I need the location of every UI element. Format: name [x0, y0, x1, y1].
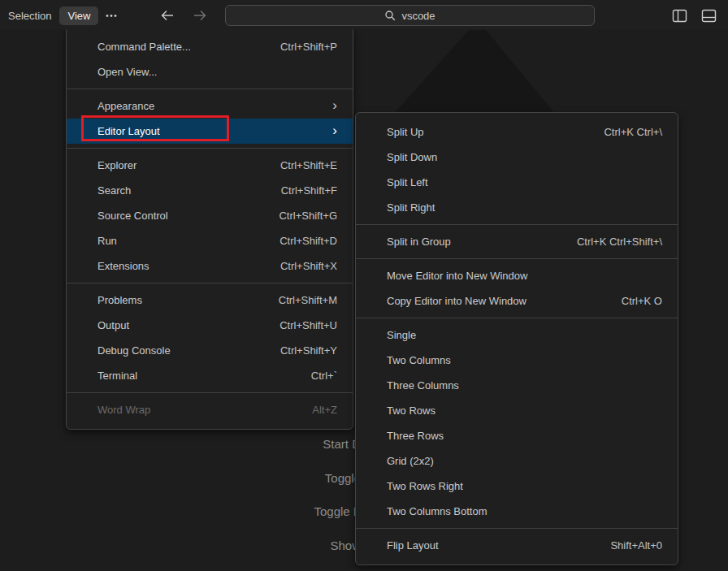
menu-item-grid-2x2[interactable]: Grid (2x2) — [356, 448, 678, 474]
menu-item-move-editor-into-new-window[interactable]: Move Editor into New Window — [356, 263, 678, 288]
menu-item-flip-layout[interactable]: Flip LayoutShift+Alt+0 — [356, 533, 678, 558]
menu-item-source-control[interactable]: Source ControlCtrl+Shift+G — [67, 203, 353, 228]
menu-item-label: Command Palette... — [98, 41, 191, 53]
ellipsis-icon — [105, 9, 118, 22]
menu-item-label: Single — [387, 329, 416, 341]
menu-item-label: Split Down — [387, 151, 437, 163]
menu-item-label: Two Columns — [387, 354, 451, 366]
menu-item-label: Editor Layout — [98, 125, 160, 137]
welcome-shortcut-label: Toggle F — [314, 504, 361, 520]
menu-item-split-down[interactable]: Split Down — [356, 145, 678, 170]
arrow-left-icon — [160, 9, 175, 22]
menu-separator — [67, 89, 353, 89]
menu-item-two-columns[interactable]: Two Columns — [356, 348, 678, 373]
menu-item-split-left[interactable]: Split Left — [356, 170, 678, 195]
menu-item-label: Two Columns Bottom — [387, 505, 488, 517]
menu-item-shortcut: Shift+Alt+0 — [610, 539, 662, 552]
menu-item-three-rows[interactable]: Three Rows — [356, 423, 678, 448]
menu-item-extensions[interactable]: ExtensionsCtrl+Shift+X — [67, 253, 353, 279]
menu-item-shortcut: Ctrl+Shift+F — [281, 184, 337, 197]
menu-item-split-in-group[interactable]: Split in GroupCtrl+K Ctrl+Shift+\ — [356, 229, 678, 254]
menu-item-editor-layout[interactable]: Editor Layout› — [67, 119, 353, 144]
command-center-value: vscode — [401, 10, 435, 22]
menu-separator — [67, 392, 353, 393]
menu-item-label: Extensions — [98, 260, 150, 272]
menu-item-shortcut: Ctrl+Shift+X — [280, 260, 337, 272]
menu-item-label: Split Left — [387, 176, 428, 188]
menu-separator — [356, 224, 678, 225]
menu-item-label: Search — [98, 184, 131, 197]
menu-item-two-rows-right[interactable]: Two Rows Right — [356, 474, 678, 499]
menubar-more-button[interactable] — [98, 6, 124, 25]
menu-separator — [356, 528, 678, 529]
toggle-panel-button[interactable] — [700, 7, 718, 24]
menu-item-two-rows[interactable]: Two Rows — [356, 398, 678, 423]
menu-item-shortcut: Ctrl+Shift+M — [279, 294, 337, 306]
menu-item-label: Split Right — [387, 201, 435, 214]
menu-item-run[interactable]: RunCtrl+Shift+D — [67, 228, 353, 253]
menu-item-label: Three Rows — [387, 430, 444, 442]
menu-item-shortcut: Ctrl+K O — [622, 295, 662, 307]
menu-item-label: Open View... — [98, 66, 157, 78]
menu-separator — [67, 148, 353, 149]
menu-item-output[interactable]: OutputCtrl+Shift+U — [67, 313, 353, 338]
command-center-search[interactable]: vscode — [225, 5, 595, 26]
menu-item-label: Two Rows Right — [387, 480, 463, 492]
menubar-item-view[interactable]: View — [59, 6, 98, 25]
arrow-right-icon — [193, 9, 207, 22]
menu-item-label: Appearance — [98, 100, 154, 112]
menu-item-label: Source Control — [98, 210, 168, 222]
menu-separator — [356, 258, 678, 259]
chevron-right-icon: › — [332, 123, 337, 137]
menu-item-debug-console[interactable]: Debug ConsoleCtrl+Shift+Y — [67, 338, 353, 363]
menu-item-label: Split in Group — [387, 236, 451, 248]
menu-item-explorer[interactable]: ExplorerCtrl+Shift+E — [67, 153, 353, 178]
menu-item-word-wrap: Word WrapAlt+Z — [67, 397, 353, 422]
menu-item-shortcut: Ctrl+K Ctrl+Shift+\ — [577, 236, 662, 248]
menu-item-shortcut: Ctrl+Shift+G — [279, 210, 337, 222]
menubar-item-selection[interactable]: Selection — [0, 6, 59, 25]
menu-item-split-right[interactable]: Split Right — [356, 195, 678, 220]
titlebar-layout-controls — [670, 7, 718, 24]
menu-item-label: Three Columns — [387, 379, 459, 391]
menu-item-label: Problems — [98, 294, 142, 306]
menu-item-single[interactable]: Single — [356, 322, 678, 348]
menu-item-appearance[interactable]: Appearance› — [67, 93, 353, 119]
layout-panel-icon — [701, 9, 717, 23]
search-icon — [384, 10, 396, 21]
menu-separator — [67, 283, 353, 283]
menu-item-shortcut: Ctrl+Shift+Y — [280, 344, 337, 357]
menu-item-shortcut: Ctrl+` — [311, 370, 337, 382]
menu-item-open-view[interactable]: Open View... — [67, 59, 353, 84]
menu-item-shortcut: Ctrl+Shift+P — [280, 41, 337, 53]
navigate-forward-button[interactable] — [189, 6, 210, 25]
editor-layout-submenu: Split UpCtrl+K Ctrl+\Split DownSplit Lef… — [355, 112, 678, 565]
menu-item-shortcut: Ctrl+Shift+U — [280, 319, 337, 331]
menu-item-label: Explorer — [98, 159, 136, 171]
layout-sidebar-icon — [672, 9, 687, 23]
menu-separator — [356, 318, 678, 318]
menu-item-label: Grid (2x2) — [387, 455, 434, 467]
toggle-sidebar-button[interactable] — [670, 7, 689, 24]
menu-item-split-up[interactable]: Split UpCtrl+K Ctrl+\ — [356, 119, 678, 145]
menu-item-terminal[interactable]: TerminalCtrl+` — [67, 363, 353, 388]
menu-item-label: Flip Layout — [387, 539, 439, 552]
menu-item-label: Terminal — [98, 370, 137, 382]
menu-item-label: Move Editor into New Window — [387, 270, 527, 282]
menu-item-three-columns[interactable]: Three Columns — [356, 373, 678, 398]
menu-item-label: Run — [98, 235, 117, 247]
menu-item-shortcut: Ctrl+K Ctrl+\ — [604, 126, 662, 138]
menu-item-two-columns-bottom[interactable]: Two Columns Bottom — [356, 499, 678, 524]
menu-item-label: Word Wrap — [98, 404, 150, 416]
menu-item-search[interactable]: SearchCtrl+Shift+F — [67, 178, 353, 203]
menu-item-shortcut: Alt+Z — [312, 404, 337, 416]
menu-item-command-palette[interactable]: Command Palette...Ctrl+Shift+P — [67, 34, 353, 59]
menu-item-problems[interactable]: ProblemsCtrl+Shift+M — [67, 288, 353, 313]
navigate-back-button[interactable] — [157, 6, 178, 25]
chevron-right-icon: › — [332, 98, 337, 112]
view-menu-dropdown: Command Palette...Ctrl+Shift+POpen View.… — [66, 27, 353, 430]
titlebar: Selection View — [0, 0, 728, 29]
menu-item-copy-editor-into-new-window[interactable]: Copy Editor into New WindowCtrl+K O — [356, 288, 678, 314]
menu-item-shortcut: Ctrl+Shift+E — [280, 159, 337, 171]
menu-item-shortcut: Ctrl+Shift+D — [280, 235, 337, 247]
